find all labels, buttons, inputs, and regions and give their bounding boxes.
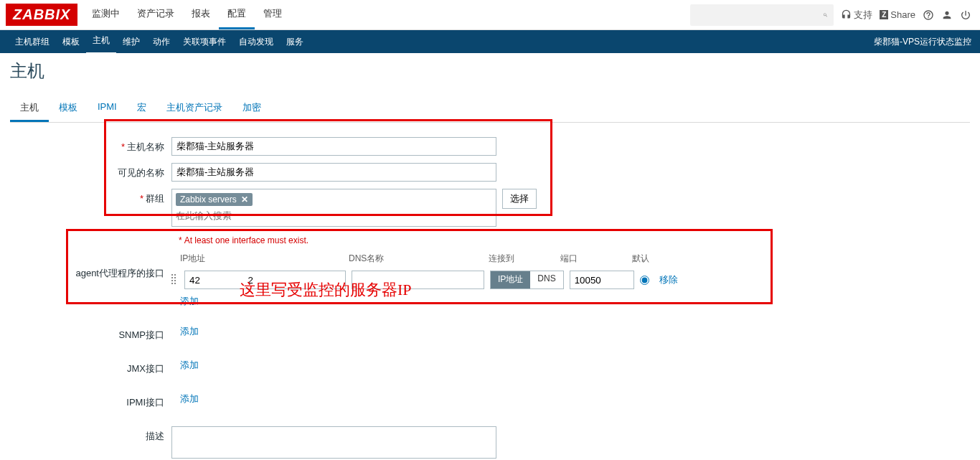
connect-ip-button[interactable]: IP地址 (491, 271, 530, 288)
subnav-discovery[interactable]: 自动发现 (232, 30, 280, 54)
logo[interactable]: ZABBIX (6, 4, 77, 26)
agent-connect-toggle: IP地址 DNS (490, 271, 564, 289)
tab-templates[interactable]: 模板 (49, 95, 88, 122)
agent-default-radio[interactable] (640, 276, 649, 285)
th-conn: 连接到 (489, 253, 560, 265)
input-visible-name[interactable] (171, 163, 496, 182)
support-label: 支持 (854, 9, 872, 22)
topnav-administration[interactable]: 管理 (255, 0, 291, 29)
user-button[interactable] (941, 9, 953, 21)
user-icon (941, 9, 953, 21)
agent-interface-section: agent代理程序的接口 IP地址 DNS名称 连接到 端口 默认 (10, 250, 970, 308)
form-area: *主机名称 可见的名称 *群组 Zabbix servers ✕ 选择 (10, 123, 970, 460)
headset-icon (841, 9, 852, 20)
connect-dns-button[interactable]: DNS (530, 271, 562, 288)
row-visible-name: 可见的名称 (10, 163, 970, 182)
label-host-name: *主机名称 (10, 137, 171, 154)
help-icon (923, 9, 934, 21)
subnav-templates[interactable]: 模板 (56, 30, 86, 54)
label-description: 描述 (10, 426, 171, 443)
subnav-maintenance[interactable]: 维护 (116, 30, 146, 54)
label-agent-interface: agent代理程序的接口 (10, 250, 171, 308)
page-title: 主机 (10, 60, 970, 83)
power-icon (960, 9, 971, 21)
snmp-add-link[interactable]: 添加 (171, 325, 199, 338)
search-input[interactable] (690, 9, 823, 20)
agent-port-input[interactable] (570, 271, 634, 289)
th-ip: IP地址 (180, 253, 349, 265)
share-label: Share (890, 9, 915, 20)
agent-ip-input[interactable] (184, 271, 346, 289)
label-snmp: SNMP接口 (10, 325, 171, 342)
tab-bar: 主机 模板 IPMI 宏 主机资产记录 加密 (10, 95, 970, 123)
subnav-actions[interactable]: 动作 (146, 30, 176, 54)
tab-encryption[interactable]: 加密 (232, 95, 271, 122)
tab-macros[interactable]: 宏 (127, 95, 156, 122)
groups-select-button[interactable]: 选择 (502, 189, 537, 209)
topbar: ZABBIX 监测中 资产记录 报表 配置 管理 支持 Z Share (0, 0, 980, 30)
groups-search-input[interactable] (174, 207, 494, 224)
row-host-name: *主机名称 (10, 137, 970, 156)
label-visible-name: 可见的名称 (10, 163, 171, 179)
support-link[interactable]: 支持 (841, 9, 872, 22)
subnav-right-label: 柴郡猫-VPS运行状态监控 (874, 36, 971, 48)
subnav-hostgroups[interactable]: 主机群组 (9, 30, 56, 54)
remove-group-icon[interactable]: ✕ (241, 194, 248, 205)
ipmi-add-link[interactable]: 添加 (171, 393, 199, 405)
top-nav: 监测中 资产记录 报表 配置 管理 (83, 0, 291, 29)
search-icon[interactable] (823, 10, 828, 20)
row-ipmi: IPMI接口 添加 (10, 393, 970, 409)
th-port: 端口 (560, 253, 632, 265)
top-tools: 支持 Z Share (690, 4, 980, 26)
row-description: 描述 (10, 426, 970, 460)
share-badge-icon: Z (880, 10, 888, 19)
interface-required-warning: *At least one interface must exist. (10, 234, 970, 250)
logout-button[interactable] (960, 9, 971, 21)
topnav-monitoring[interactable]: 监测中 (83, 0, 128, 29)
th-default: 默认 (632, 253, 675, 265)
topnav-configuration[interactable]: 配置 (219, 0, 255, 29)
subnav-hosts[interactable]: 主机 (86, 29, 116, 55)
row-jmx: JMX接口 添加 (10, 359, 970, 375)
th-dns: DNS名称 (349, 253, 489, 265)
subnav-services[interactable]: 服务 (280, 30, 310, 54)
label-jmx: JMX接口 (10, 359, 171, 375)
topnav-reports[interactable]: 报表 (183, 0, 219, 29)
agent-dns-input[interactable] (352, 271, 484, 289)
tab-ipmi[interactable]: IPMI (88, 95, 127, 122)
groups-multiselect[interactable]: Zabbix servers ✕ (171, 189, 496, 227)
tab-inventory[interactable]: 主机资产记录 (156, 95, 232, 122)
share-link[interactable]: Z Share (880, 9, 915, 20)
help-button[interactable] (923, 9, 934, 21)
row-snmp: SNMP接口 添加 (10, 325, 970, 342)
search-box (690, 4, 834, 26)
agent-add-link[interactable]: 添加 (180, 296, 199, 306)
subnav-event-correlation[interactable]: 关联项事件 (176, 30, 232, 54)
agent-remove-link[interactable]: 移除 (659, 273, 678, 286)
drag-handle-icon[interactable] (171, 274, 179, 286)
topnav-inventory[interactable]: 资产记录 (128, 0, 183, 29)
label-groups: *群组 (10, 189, 171, 205)
page-content: 主机 主机 模板 IPMI 宏 主机资产记录 加密 *主机名称 可见的名称 *群… (0, 53, 980, 460)
group-pill-zabbix-servers: Zabbix servers ✕ (176, 193, 253, 206)
jmx-add-link[interactable]: 添加 (171, 359, 199, 372)
sub-nav: 主机群组 模板 主机 维护 动作 关联项事件 自动发现 服务 柴郡猫-VPS运行… (0, 30, 980, 53)
row-groups: *群组 Zabbix servers ✕ 选择 (10, 189, 970, 227)
description-textarea[interactable] (171, 426, 496, 459)
label-ipmi: IPMI接口 (10, 393, 171, 409)
input-host-name[interactable] (171, 137, 496, 156)
tab-host[interactable]: 主机 (10, 95, 49, 122)
